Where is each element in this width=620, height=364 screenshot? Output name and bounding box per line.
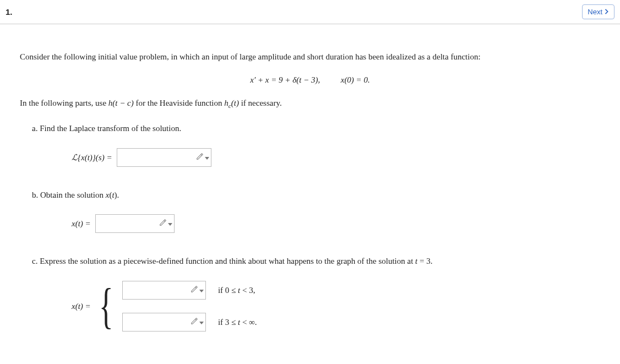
part-a-label: a. Find the Laplace transform of the sol… — [32, 122, 600, 135]
part-c-field-2[interactable] — [122, 313, 206, 332]
part-c: c. Express the solution as a piecewise-d… — [32, 255, 600, 332]
next-button[interactable]: Next — [582, 4, 614, 19]
part-a-lhs: ℒ{x(t)}(s) = — [72, 151, 112, 164]
question-number: 1. — [6, 7, 13, 17]
part-b-lhs: x(t) = — [72, 218, 91, 230]
equation-editor-icon[interactable] — [192, 285, 202, 295]
part-b-input[interactable] — [99, 219, 161, 229]
equation-editor-icon[interactable] — [192, 317, 202, 327]
part-a: a. Find the Laplace transform of the sol… — [32, 122, 600, 167]
part-c-lhs: x(t) = — [72, 300, 91, 313]
equation-editor-icon[interactable] — [161, 219, 171, 229]
case-row-1: if 0 ≤ t < 3, — [122, 281, 257, 300]
case-2-condition: if 3 ≤ t < ∞. — [218, 316, 257, 329]
case-1-condition: if 0 ≤ t < 3, — [218, 284, 255, 297]
equation-editor-icon[interactable] — [198, 153, 208, 162]
part-b: b. Obtain the solution x(t). x(t) = — [32, 189, 600, 233]
heaviside-note: In the following parts, use h(t − c) for… — [20, 97, 600, 111]
question-header: 1. Next — [0, 0, 620, 24]
part-b-field[interactable] — [95, 214, 175, 233]
left-brace-icon: { — [99, 284, 113, 328]
next-button-label: Next — [588, 8, 602, 16]
ivp-equation: x′ + x = 9 + δ(t − 3), x(0) = 0. — [20, 75, 600, 85]
chevron-right-icon — [605, 8, 609, 16]
part-a-field[interactable] — [117, 148, 211, 167]
part-a-input[interactable] — [121, 153, 198, 162]
part-c-label: c. Express the solution as a piecewise-d… — [32, 255, 600, 268]
case-row-2: if 3 ≤ t < ∞. — [122, 313, 257, 332]
part-b-label: b. Obtain the solution x(t). — [32, 189, 600, 202]
problem-intro: Consider the following initial value pro… — [20, 51, 600, 63]
part-c-input-2[interactable] — [126, 317, 192, 327]
part-c-input-1[interactable] — [126, 285, 192, 295]
part-c-field-1[interactable] — [122, 281, 206, 300]
question-body: Consider the following initial value pro… — [0, 24, 620, 364]
